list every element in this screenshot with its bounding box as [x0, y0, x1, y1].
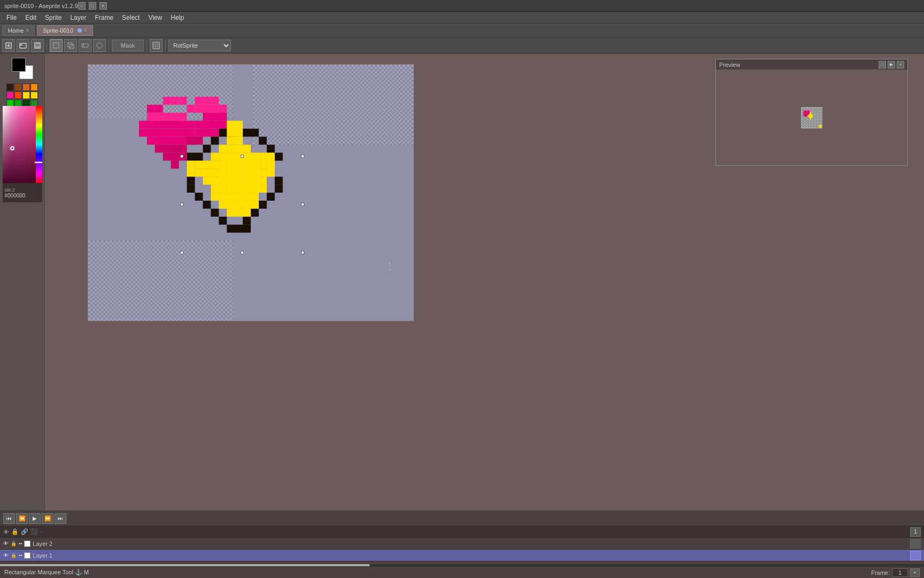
toolbar-open-btn[interactable]: [17, 39, 29, 52]
pixel-art-svg: [88, 65, 413, 321]
sel-handle-mr[interactable]: [301, 203, 304, 206]
menu-sprite[interactable]: Sprite: [41, 13, 66, 22]
layer-row-1[interactable]: 👁 🔒 •• Layer 1: [0, 550, 924, 561]
frame-label: Frame:: [871, 569, 890, 576]
tab-sprite-close[interactable]: ×: [84, 27, 87, 33]
canvas-wrapper[interactable]: r⌐: [88, 64, 414, 321]
svg-rect-11: [82, 44, 88, 47]
anim-first-btn[interactable]: ⏮: [3, 513, 15, 524]
layer-eye-icon: 👁: [3, 529, 9, 535]
palette-swatch[interactable]: [22, 92, 30, 99]
toolbar-save-btn[interactable]: [31, 39, 44, 52]
menu-frame[interactable]: Frame: [90, 13, 118, 22]
anim-controls: ⏮ ⏪ ▶ ⏩ ⏭: [0, 511, 924, 526]
svg-rect-52: [195, 193, 203, 201]
layer1-frame-cell-active[interactable]: [910, 551, 921, 560]
layer-row-2[interactable]: 👁 🔒 •• Layer 2: [0, 538, 924, 550]
palette-swatch[interactable]: [14, 83, 22, 91]
preview-svg: [802, 108, 822, 128]
frame-increment-btn[interactable]: +: [910, 568, 920, 577]
tab-sprite[interactable]: Sprite-0010 ×: [37, 25, 93, 36]
svg-rect-83: [804, 111, 810, 115]
svg-rect-7: [35, 45, 40, 48]
canvas-area[interactable]: r⌐ Preview □ ▶ ×: [45, 54, 924, 578]
frame-input[interactable]: [892, 568, 908, 577]
toolbar-marquee-circle-btn[interactable]: [93, 39, 106, 52]
svg-rect-36: [195, 129, 219, 137]
hue-slider[interactable]: [36, 106, 42, 183]
menu-select[interactable]: Select: [118, 13, 144, 22]
preview-minimize-btn[interactable]: □: [879, 61, 886, 69]
layer2-link-icon[interactable]: ••: [19, 541, 22, 546]
svg-rect-44: [243, 129, 259, 137]
layer1-eye-icon[interactable]: 👁: [3, 552, 9, 558]
hue-indicator: [35, 162, 42, 163]
toolbar-separator-4: [165, 40, 166, 51]
layer2-name: Layer 2: [33, 541, 908, 547]
anim-next-btn[interactable]: ⏩: [42, 513, 53, 524]
svg-rect-74: [227, 121, 243, 137]
svg-rect-78: [219, 153, 259, 209]
menu-help[interactable]: Help: [166, 13, 188, 22]
menu-view[interactable]: View: [144, 13, 166, 22]
tab-home-close[interactable]: ×: [26, 27, 29, 33]
svg-rect-33: [139, 129, 195, 137]
svg-rect-20: [155, 105, 163, 113]
anim-prev-btn[interactable]: ⏪: [16, 513, 28, 524]
toolbar-marquee-rect-btn[interactable]: [50, 39, 63, 52]
svg-rect-3: [20, 43, 26, 48]
layer1-lock-icon[interactable]: 🔒: [11, 553, 17, 558]
layer2-frame-cell[interactable]: [910, 539, 921, 549]
sel-handle-bm[interactable]: [241, 251, 244, 254]
palette-swatch[interactable]: [30, 92, 38, 99]
layer2-eye-icon[interactable]: 👁: [3, 541, 9, 546]
frame-number-1[interactable]: 1: [910, 527, 921, 537]
toolbar-new-btn[interactable]: [2, 39, 15, 52]
minimize-button[interactable]: −: [78, 2, 86, 10]
sel-handle-tl[interactable]: [180, 155, 183, 158]
color-picker-panel[interactable]: Idx:2 #000000: [3, 106, 42, 202]
maximize-button[interactable]: □: [89, 2, 96, 10]
close-button[interactable]: ×: [99, 2, 107, 10]
svg-rect-40: [171, 161, 179, 169]
menu-file[interactable]: File: [2, 13, 21, 22]
sprite-canvas[interactable]: r⌐: [88, 64, 414, 321]
tab-sprite-label: Sprite-0010: [43, 27, 73, 34]
toolbar-marquee-group-btn[interactable]: [64, 39, 77, 52]
sel-handle-tr[interactable]: [301, 155, 304, 158]
sel-handle-br[interactable]: [301, 251, 304, 254]
algorithm-select[interactable]: RotSprite Nearest Neighbor: [168, 40, 231, 51]
palette-swatch[interactable]: [22, 83, 30, 91]
color-picker-dot[interactable]: [10, 146, 14, 150]
svg-rect-45: [259, 136, 267, 144]
color-fg-bg[interactable]: [12, 58, 33, 79]
palette-swatch[interactable]: [6, 92, 14, 99]
anim-last-btn[interactable]: ⏭: [55, 513, 66, 524]
title-bar-controls: − □ ×: [78, 2, 107, 10]
mask-button[interactable]: Mask: [112, 40, 144, 51]
fg-color-swatch[interactable]: [12, 58, 26, 72]
preview-close-btn[interactable]: ×: [897, 61, 904, 69]
palette-swatch[interactable]: [30, 83, 38, 91]
sel-handle-tm[interactable]: [241, 155, 244, 158]
toolbar-marquee-group2-btn[interactable]: [79, 39, 91, 52]
tools-panel: Idx:2 #000000: [0, 54, 45, 578]
anim-play-btn[interactable]: ▶: [29, 513, 41, 524]
sel-handle-ml[interactable]: [180, 203, 183, 206]
menu-edit[interactable]: Edit: [21, 13, 41, 22]
svg-rect-22: [171, 97, 179, 105]
palette-swatch[interactable]: [14, 92, 22, 99]
svg-rect-4: [20, 44, 22, 45]
sel-handle-bl[interactable]: [180, 251, 183, 254]
layer1-link-icon[interactable]: ••: [19, 553, 22, 558]
toolbar-grid-btn[interactable]: [150, 39, 163, 52]
svg-rect-56: [211, 209, 219, 217]
tab-home[interactable]: Home ×: [2, 25, 35, 36]
palette-swatch[interactable]: [6, 83, 14, 91]
svg-rect-82: [807, 110, 810, 111]
layer2-lock-icon[interactable]: 🔒: [11, 541, 17, 546]
svg-rect-6: [36, 43, 39, 45]
preview-play-btn[interactable]: ▶: [888, 61, 895, 69]
svg-rect-81: [805, 110, 807, 111]
menu-layer[interactable]: Layer: [66, 13, 90, 22]
